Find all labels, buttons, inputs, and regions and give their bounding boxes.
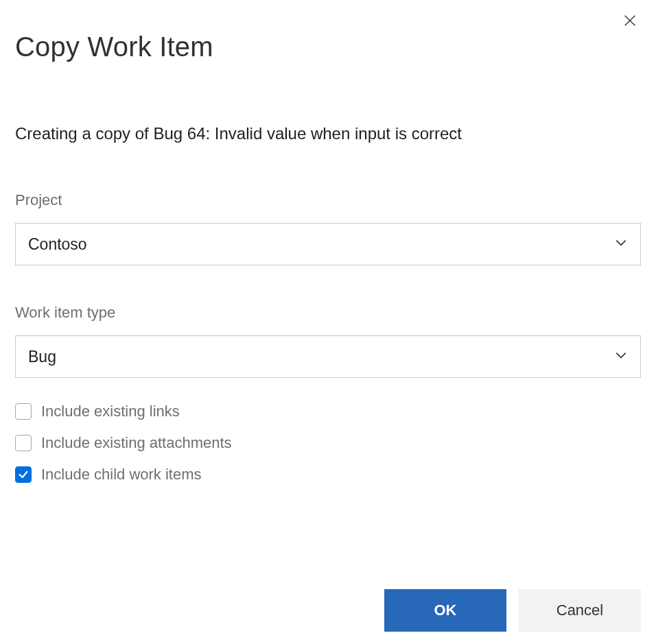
include-attachments-label: Include existing attachments bbox=[41, 434, 232, 452]
checkbox-box-checked-icon bbox=[15, 466, 32, 483]
work-item-type-dropdown-value: Bug bbox=[28, 348, 56, 366]
work-item-type-label: Work item type bbox=[15, 304, 641, 322]
cancel-button[interactable]: Cancel bbox=[519, 589, 641, 632]
work-item-type-dropdown[interactable]: Bug bbox=[15, 335, 641, 378]
chevron-down-icon bbox=[614, 348, 628, 365]
ok-button[interactable]: OK bbox=[384, 589, 506, 632]
include-children-label: Include child work items bbox=[41, 466, 202, 484]
options-checkbox-group: Include existing links Include existing … bbox=[15, 403, 641, 484]
dialog-button-row: OK Cancel bbox=[384, 589, 641, 632]
chevron-down-icon bbox=[614, 236, 628, 252]
checkbox-box-icon bbox=[15, 403, 32, 420]
include-attachments-checkbox[interactable]: Include existing attachments bbox=[15, 434, 641, 452]
include-children-checkbox[interactable]: Include child work items bbox=[15, 466, 641, 484]
project-label: Project bbox=[15, 191, 641, 209]
dialog-title: Copy Work Item bbox=[15, 32, 641, 62]
work-item-type-field-group: Work item type Bug bbox=[15, 304, 641, 378]
project-dropdown[interactable]: Contoso bbox=[15, 223, 641, 265]
close-icon bbox=[622, 13, 637, 31]
dialog-subtitle: Creating a copy of Bug 64: Invalid value… bbox=[15, 124, 641, 143]
project-field-group: Project Contoso bbox=[15, 191, 641, 265]
include-links-checkbox[interactable]: Include existing links bbox=[15, 403, 641, 420]
include-links-label: Include existing links bbox=[41, 403, 180, 420]
project-dropdown-value: Contoso bbox=[28, 235, 87, 254]
checkbox-box-icon bbox=[15, 435, 32, 451]
close-button[interactable] bbox=[620, 12, 640, 32]
